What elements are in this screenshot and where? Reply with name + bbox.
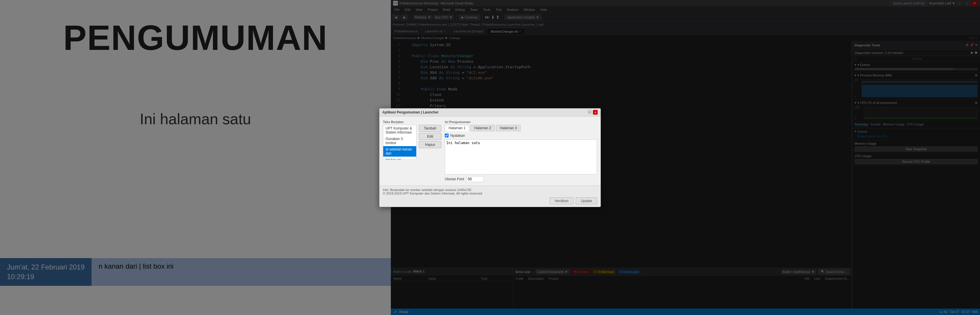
modal-page-tabs: Halaman 1 Halaman 2 Halaman 3 xyxy=(445,125,597,131)
teks-berjalan-label: Teks Berjalan xyxy=(383,120,441,124)
modal-footer: Info: Berpindah ke monitor sebelah denga… xyxy=(379,186,601,207)
modal-right-panel: Isi Pengumuman Halaman 1 Halaman 2 Halam… xyxy=(445,120,597,182)
edit-btn[interactable]: Edit xyxy=(419,133,441,140)
tab-halaman1[interactable]: Halaman 1 xyxy=(445,125,469,131)
footer-copy: © 2019-2019 UPT Komputer dan Sistem Info… xyxy=(383,192,597,195)
modal-title-text: Aplikasi Pengumuman | Launcher xyxy=(382,110,439,115)
modal-minimize-btn[interactable]: ─ xyxy=(588,110,592,114)
tambah-btn[interactable]: Tambah xyxy=(419,125,441,132)
list-item-2[interactable]: Gunakan 3 tombol xyxy=(383,135,416,146)
checkbox-row: Nyalakan xyxy=(445,134,597,138)
modal-window-controls: ─ ✕ xyxy=(588,110,598,115)
tab-halaman2[interactable]: Halaman 2 xyxy=(471,125,495,131)
modal-body: Teks Berjalan UPT Komputer & Sistem Info… xyxy=(379,117,601,186)
tab-halaman3[interactable]: Halaman 3 xyxy=(496,125,520,131)
modal-left-panel: Teks Berjalan UPT Komputer & Sistem Info… xyxy=(383,120,441,182)
font-label: Ukuran Font xyxy=(445,177,464,181)
vs-container: VS PoltekAnnounce (Running) - Microsoft … xyxy=(391,0,980,315)
list-item-3[interactable]: di sebelah kanan dari xyxy=(383,146,416,157)
list-item-1[interactable]: UPT Komputer & Sistem Informasi xyxy=(383,125,416,135)
modal-footer-buttons: Hentikan Update xyxy=(383,197,597,204)
hapus-btn[interactable]: Hapus xyxy=(419,141,441,148)
modal-list-area: UPT Komputer & Sistem Informasi Gunakan … xyxy=(383,125,441,162)
footer-info: Info: Berpindah ke monitor sebelah denga… xyxy=(383,188,597,192)
launcher-dialog: Aplikasi Pengumuman | Launcher ─ ✕ Teks … xyxy=(379,108,601,207)
nyalakan-label: Nyalakan xyxy=(450,134,465,138)
list-item-4[interactable]: list box ini xyxy=(383,157,416,160)
modal-close-btn[interactable]: ✕ xyxy=(593,110,598,115)
modal-overlay[interactable]: Aplikasi Pengumuman | Launcher ─ ✕ Teks … xyxy=(0,0,980,315)
teks-berjalan-list[interactable]: UPT Komputer & Sistem Informasi Gunakan … xyxy=(383,125,417,160)
nyalakan-checkbox[interactable] xyxy=(445,134,449,137)
font-row: Ukuran Font xyxy=(445,176,597,182)
isi-label: Isi Pengumuman xyxy=(445,120,597,124)
isi-textarea[interactable]: Ini halaman satu xyxy=(445,139,597,174)
modal-title-bar: Aplikasi Pengumuman | Launcher ─ ✕ xyxy=(379,108,601,117)
modal-action-btns: Tambah Edit Hapus xyxy=(419,125,441,162)
font-size-input[interactable] xyxy=(466,176,484,182)
update-btn[interactable]: Update xyxy=(576,197,597,204)
hentikan-btn[interactable]: Hentikan xyxy=(550,197,573,204)
